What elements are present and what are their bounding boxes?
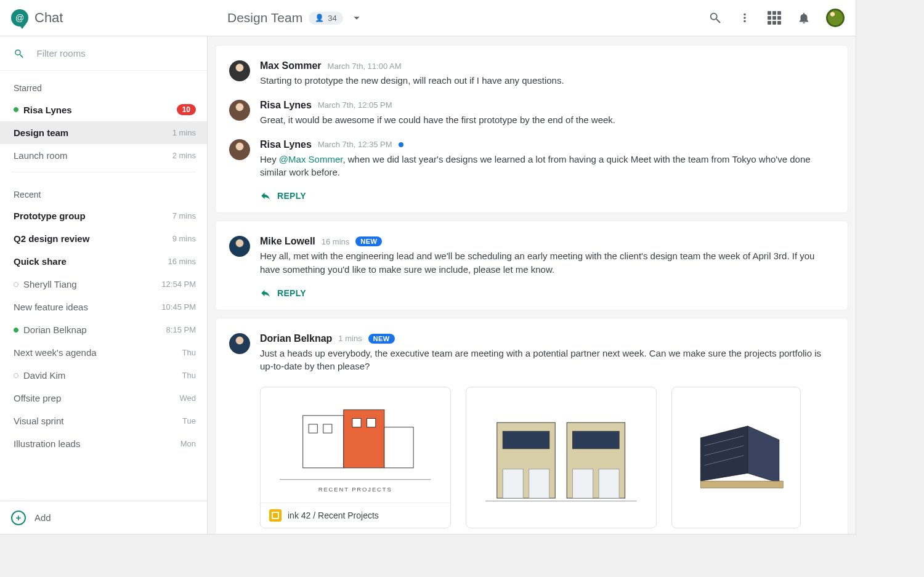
room-title: Design Team <box>227 10 302 25</box>
sidebar-item-label: Dorian Belknap <box>23 325 87 335</box>
sidebar-item[interactable]: Sheryll Tiang12:54 PM <box>0 273 207 296</box>
room-menu-caret[interactable] <box>349 10 364 25</box>
sidebar-item-label: Visual sprint <box>14 416 63 426</box>
recent-list: Prototype group7 minsQ2 design review9 m… <box>0 204 207 455</box>
sidebar-item[interactable]: Design team1 mins <box>0 121 207 144</box>
sidebar-item-meta: Mon <box>180 439 196 448</box>
search-icon <box>14 47 25 60</box>
app-window: @ Chat Design Team 👤 34 <box>0 0 856 535</box>
threads: Max SommerMarch 7th, 11:00 AMStarting to… <box>208 36 856 534</box>
sidebar-item-label: Design team <box>14 127 68 138</box>
reply-button[interactable]: REPLY <box>229 185 834 201</box>
svg-marker-18 <box>701 426 748 481</box>
avatar <box>229 236 250 257</box>
account-avatar[interactable] <box>826 9 845 27</box>
sidebar-item[interactable]: Quick share16 mins <box>0 250 207 273</box>
message-body: Starting to prototype the new design, wi… <box>260 74 834 87</box>
sidebar-item[interactable]: Offsite prepWed <box>0 387 207 410</box>
apps-grid-icon <box>768 11 781 25</box>
message-body: Hey @Max Sommer, when we did last year's… <box>260 153 834 180</box>
svg-marker-19 <box>748 426 779 483</box>
sidebar-item-label: Risa Lynes <box>23 105 72 115</box>
attachment-footer: ink 42 / Recent Projects <box>261 503 450 528</box>
thread: Max SommerMarch 7th, 11:00 AMStarting to… <box>215 45 848 213</box>
filter-rooms-input[interactable] <box>36 47 193 59</box>
sidebar-item-label: Prototype group <box>14 211 86 221</box>
sidebar-item[interactable]: Visual sprintTue <box>0 410 207 432</box>
svg-rect-11 <box>503 431 550 448</box>
message-time: 1 mins <box>338 334 362 343</box>
search-button[interactable] <box>708 10 723 25</box>
message-body: Just a heads up everybody, the executive… <box>260 347 834 374</box>
svg-rect-15 <box>573 469 593 498</box>
room-header: Design Team 👤 34 <box>208 10 364 25</box>
svg-rect-6 <box>352 419 361 427</box>
message-author: Dorian Belknap <box>260 333 332 344</box>
sidebar-item[interactable]: Launch room2 mins <box>0 144 207 167</box>
avatar <box>229 60 250 81</box>
sidebar-item-meta: 7 mins <box>172 211 196 220</box>
sidebar-item[interactable]: David KimThu <box>0 364 207 387</box>
sidebar-item[interactable]: Next week's agendaThu <box>0 341 207 364</box>
sidebar-item-label: New feature ideas <box>14 302 88 312</box>
sidebar-item[interactable]: Dorian Belknap8:15 PM <box>0 318 207 341</box>
svg-rect-13 <box>503 469 524 498</box>
sidebar-item-meta: Tue <box>182 416 196 426</box>
sidebar-item[interactable]: Q2 design review9 mins <box>0 227 207 250</box>
filter <box>0 36 207 71</box>
notifications-button[interactable] <box>796 10 811 25</box>
svg-text:RECENT PROJECTS: RECENT PROJECTS <box>318 486 392 493</box>
sidebar-item-label: Illustration leads <box>14 438 80 449</box>
sidebar-item-label: Offsite prep <box>14 393 61 403</box>
add-label: Add <box>34 512 51 523</box>
message-time: 16 mins <box>322 237 350 246</box>
reply-button[interactable]: REPLY <box>229 283 834 299</box>
attachment-card[interactable] <box>671 387 801 528</box>
mention[interactable]: @Max Sommer <box>279 154 343 164</box>
message-author: Mike Lowell <box>260 236 315 247</box>
message: Mike Lowell16 minsNEWHey all, met with t… <box>229 230 834 283</box>
apps-button[interactable] <box>767 10 782 25</box>
overflow-button[interactable] <box>737 10 752 25</box>
presence-dot-icon <box>14 328 18 333</box>
unread-dot-icon <box>399 142 403 147</box>
sidebar-item-meta: 8:15 PM <box>166 325 196 334</box>
chat-logo-icon: @ <box>11 9 28 26</box>
svg-rect-7 <box>367 419 376 427</box>
starred-heading: Starred <box>0 78 207 98</box>
presence-dot-icon <box>14 282 18 287</box>
sidebar-item[interactable]: New feature ideas10:45 PM <box>0 296 207 318</box>
chat-area: Max SommerMarch 7th, 11:00 AMStarting to… <box>208 36 856 534</box>
message-time: March 7th, 12:05 PM <box>318 100 392 110</box>
sidebar-item[interactable]: Illustration leadsMon <box>0 432 207 455</box>
svg-rect-16 <box>599 469 619 498</box>
avatar <box>229 100 250 121</box>
attachment-card[interactable]: RECENT PROJECTSink 42 / Recent Projects <box>260 387 451 528</box>
sidebar-item-meta: 10:45 PM <box>161 302 196 312</box>
svg-rect-20 <box>701 481 784 488</box>
member-count-chip[interactable]: 👤 34 <box>309 12 342 25</box>
sidebar-item-label: David Kim <box>23 370 65 381</box>
attachment-thumb: RECENT PROJECTS <box>261 387 450 503</box>
message: Risa LynesMarch 7th, 12:35 PMHey @Max So… <box>229 133 834 186</box>
sidebar: Starred Risa Lynes10Design team1 minsLau… <box>0 36 208 534</box>
avatar <box>229 333 250 354</box>
message: Dorian Belknap1 minsNEWJust a heads up e… <box>229 327 834 380</box>
avatar <box>229 139 250 160</box>
presence-dot-icon <box>14 373 18 378</box>
sidebar-item-label: Quick share <box>14 256 67 267</box>
new-badge: NEW <box>368 334 395 344</box>
svg-rect-14 <box>529 469 549 498</box>
message-body: Great, it would be awesome if we could h… <box>260 113 834 127</box>
sidebar-item[interactable]: Prototype group7 mins <box>0 204 207 227</box>
top-icons <box>708 9 856 27</box>
attachments: RECENT PROJECTSink 42 / Recent Projects <box>229 379 834 528</box>
sidebar-item-meta: 12:54 PM <box>161 280 196 289</box>
starred-list: Risa Lynes10Design team1 minsLaunch room… <box>0 98 207 167</box>
add-button[interactable]: + Add <box>0 501 207 534</box>
body: Starred Risa Lynes10Design team1 minsLau… <box>0 36 856 534</box>
attachment-card[interactable] <box>466 387 657 528</box>
search-icon <box>708 11 722 25</box>
sidebar-item-meta: Wed <box>180 393 197 403</box>
sidebar-item[interactable]: Risa Lynes10 <box>0 98 207 121</box>
